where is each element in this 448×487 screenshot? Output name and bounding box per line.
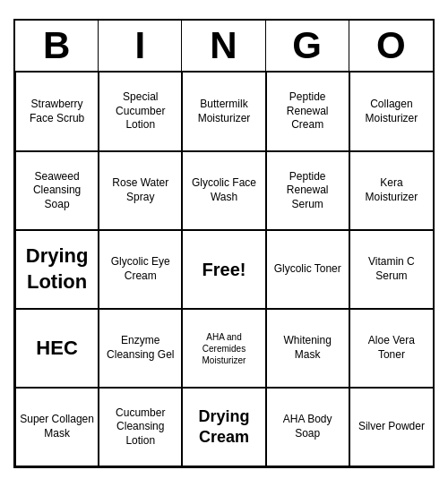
bingo-cell: Kera Moisturizer xyxy=(349,151,433,230)
bingo-cell: Cucumber Cleansing Lotion xyxy=(99,388,182,466)
bingo-card: BINGO Strawberry Face ScrubSpecial Cucum… xyxy=(13,19,435,468)
bingo-cell: Strawberry Face Scrub xyxy=(15,73,99,151)
bingo-cell: Aloe Vera Toner xyxy=(349,309,433,388)
bingo-cell: Vitamin C Serum xyxy=(349,230,433,309)
bingo-cell: Drying Cream xyxy=(182,388,265,466)
bingo-cell: Enzyme Cleansing Gel xyxy=(99,309,182,388)
bingo-letter: G xyxy=(266,21,349,71)
bingo-cell: Peptide Renewal Cream xyxy=(266,73,349,151)
bingo-cell: Collagen Moisturizer xyxy=(349,73,433,151)
bingo-cell: Silver Powder xyxy=(349,388,433,466)
bingo-cell: Super Collagen Mask xyxy=(15,388,99,466)
bingo-cell: Special Cucumber Lotion xyxy=(99,73,182,151)
bingo-cell: Peptide Renewal Serum xyxy=(266,151,349,230)
bingo-cell: Seaweed Cleansing Soap xyxy=(15,151,99,230)
bingo-cell: Glycolic Toner xyxy=(266,230,349,309)
bingo-cell: Drying Lotion xyxy=(15,230,99,309)
bingo-cell: Free! xyxy=(182,230,265,309)
bingo-header: BINGO xyxy=(15,21,433,73)
bingo-cell: Glycolic Eye Cream xyxy=(99,230,182,309)
bingo-letter: B xyxy=(15,21,99,71)
bingo-letter: N xyxy=(182,21,265,71)
bingo-grid: Strawberry Face ScrubSpecial Cucumber Lo… xyxy=(15,73,433,466)
bingo-cell: Glycolic Face Wash xyxy=(182,151,265,230)
bingo-cell: AHA and Ceremides Moisturizer xyxy=(182,309,265,388)
bingo-letter: I xyxy=(99,21,182,71)
bingo-cell: Whitening Mask xyxy=(266,309,349,388)
bingo-cell: Buttermilk Moisturizer xyxy=(182,73,265,151)
bingo-cell: HEC xyxy=(15,309,99,388)
bingo-letter: O xyxy=(349,21,433,71)
bingo-cell: AHA Body Soap xyxy=(266,388,349,466)
bingo-cell: Rose Water Spray xyxy=(99,151,182,230)
